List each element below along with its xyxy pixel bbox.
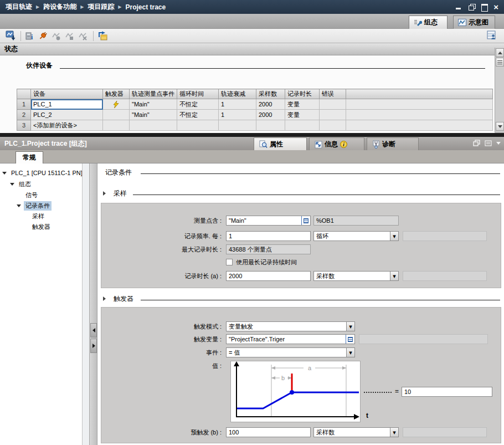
- trigger-variable-field[interactable]: "ProjectTrace".Triger: [226, 334, 355, 344]
- expand-right-button[interactable]: [90, 339, 97, 353]
- close-button[interactable]: ×: [493, 4, 498, 10]
- sampling-group-title[interactable]: 采样: [114, 189, 127, 198]
- cell-cycle[interactable]: 不恒定: [177, 99, 219, 110]
- header-error[interactable]: 错误: [320, 89, 346, 99]
- upper-scrollbar[interactable]: [495, 48, 504, 132]
- pane-splitter[interactable]: [0, 133, 504, 137]
- tree-splitter[interactable]: [89, 163, 97, 445]
- dropdown-button[interactable]: ▾: [390, 232, 398, 241]
- cell-event[interactable]: "Main": [130, 99, 177, 110]
- cell-error[interactable]: [320, 120, 346, 131]
- tree-item-sampling[interactable]: 采样: [30, 211, 46, 221]
- row-number[interactable]: 1: [17, 99, 31, 110]
- header-decay[interactable]: 轨迹衰减: [219, 89, 256, 99]
- tree-item-configuration[interactable]: 组态: [10, 179, 33, 189]
- trigger-value-input[interactable]: 10: [402, 387, 492, 397]
- cell-decay[interactable]: [219, 120, 256, 131]
- transfer-trace-button[interactable]: [4, 30, 17, 42]
- breadcrumb-item-current[interactable]: Project trace: [125, 3, 166, 11]
- header-duration[interactable]: 记录时长: [285, 89, 320, 99]
- tree-item-signals[interactable]: 信号: [24, 190, 39, 200]
- row-number[interactable]: 2: [17, 110, 31, 120]
- tree-expand-icon[interactable]: [10, 183, 14, 186]
- trigger-variable-value[interactable]: "ProjectTrace".Triger: [227, 335, 346, 344]
- scroll-up-button[interactable]: [496, 48, 504, 57]
- layout-user-button[interactable]: [487, 30, 496, 41]
- cell-samples[interactable]: 2000: [256, 99, 285, 110]
- pretrigger-unit-select[interactable]: 采样数 ▾: [313, 427, 399, 437]
- cell-error[interactable]: [320, 99, 346, 110]
- tree-scrollbar[interactable]: [82, 163, 89, 445]
- panel-menu-icon[interactable]: [485, 140, 492, 146]
- tree-item-recording-conditions[interactable]: 记录条件: [17, 201, 52, 211]
- tab-properties[interactable]: 属性: [254, 137, 307, 151]
- dropdown-button[interactable]: ▾: [346, 348, 354, 357]
- stop-record-button[interactable]: [64, 30, 76, 42]
- trigger-mode-select[interactable]: 变量触发 ▾: [226, 321, 355, 331]
- dropdown-button[interactable]: ▾: [390, 272, 398, 280]
- tab-configuration[interactable]: 组态: [409, 16, 448, 29]
- trigger-group-title[interactable]: 触发器: [114, 294, 133, 304]
- device-info-button[interactable]: i: [24, 30, 36, 42]
- discard-trace-button[interactable]: [77, 30, 89, 42]
- dropdown-button[interactable]: ▾: [390, 428, 398, 437]
- restore-button[interactable]: [468, 4, 475, 10]
- measure-points-value[interactable]: "Main": [227, 216, 301, 225]
- cell-samples[interactable]: [256, 120, 285, 131]
- header-samples[interactable]: 采样数: [256, 89, 285, 99]
- cell-duration[interactable]: [285, 120, 320, 131]
- cell-duration[interactable]: 变量: [285, 110, 320, 120]
- tree-expand-icon[interactable]: [17, 204, 21, 207]
- cell-device[interactable]: PLC_2: [31, 110, 103, 120]
- measure-points-field[interactable]: "Main": [226, 216, 311, 226]
- cell-trigger[interactable]: [103, 120, 130, 131]
- cell-error[interactable]: [320, 110, 346, 120]
- collapse-panel-icon[interactable]: [496, 142, 501, 145]
- cell-samples[interactable]: 2000: [256, 110, 285, 120]
- export-measurement-button[interactable]: [96, 30, 109, 42]
- breadcrumb-item-project-traces[interactable]: 项目跟踪: [88, 2, 114, 12]
- breadcrumb-item-project[interactable]: 项目轨迹: [6, 2, 32, 12]
- group-chevron-icon[interactable]: [103, 191, 106, 196]
- tree-expand-icon[interactable]: [2, 172, 7, 175]
- scroll-menu-button[interactable]: [496, 58, 504, 67]
- header-event[interactable]: 轨迹测量点事件: [130, 89, 177, 99]
- cell-trigger[interactable]: [103, 110, 130, 120]
- breadcrumb-item-cross-device[interactable]: 跨设备功能: [43, 2, 76, 12]
- header-trigger[interactable]: 触发器: [103, 89, 130, 99]
- record-duration-input[interactable]: 2000: [226, 271, 311, 281]
- header-device[interactable]: 设备: [31, 89, 103, 99]
- pretrigger-input[interactable]: 100: [226, 427, 311, 437]
- duration-unit-select[interactable]: 采样数 ▾: [313, 271, 399, 281]
- cell-duration[interactable]: 变量: [285, 99, 320, 110]
- cell-event[interactable]: [130, 120, 177, 131]
- cell-trigger[interactable]: [103, 99, 130, 110]
- tree-item-trigger[interactable]: 触发器: [30, 222, 52, 232]
- cell-cycle[interactable]: [177, 120, 219, 131]
- browse-button[interactable]: [346, 335, 354, 344]
- maximize-button[interactable]: [481, 4, 488, 10]
- header-cycle[interactable]: 循环时间: [177, 89, 219, 99]
- collapse-left-button[interactable]: [90, 323, 97, 337]
- tab-general[interactable]: 常规: [16, 151, 43, 163]
- row-number[interactable]: 3: [17, 120, 31, 131]
- cell-decay[interactable]: 1: [219, 110, 256, 120]
- header-marker[interactable]: [17, 89, 31, 99]
- browse-button[interactable]: [301, 216, 310, 225]
- cell-cycle[interactable]: 不恒定: [177, 110, 219, 120]
- float-panel-icon[interactable]: [473, 140, 480, 146]
- event-select[interactable]: = 值 ▾: [226, 347, 355, 357]
- cell-device[interactable]: PLC_1: [31, 99, 103, 110]
- tree-item-plc[interactable]: PLC_1 [CPU 1511C-1 PN]: [2, 168, 84, 178]
- minimize-button[interactable]: [455, 4, 462, 10]
- cell-event[interactable]: "Main": [130, 110, 177, 120]
- connect-online-button[interactable]: [37, 30, 49, 42]
- tab-info[interactable]: 信息 i: [309, 137, 364, 151]
- cell-add-device[interactable]: <添加新的设备>: [31, 120, 103, 131]
- frequency-unit-select[interactable]: 循环 ▾: [313, 231, 399, 241]
- scroll-down-button[interactable]: [496, 122, 504, 131]
- record-frequency-input[interactable]: 1: [226, 231, 311, 241]
- tab-diagram[interactable]: 示意图: [453, 16, 495, 29]
- group-chevron-icon[interactable]: [103, 296, 106, 301]
- dropdown-button[interactable]: ▾: [346, 322, 354, 331]
